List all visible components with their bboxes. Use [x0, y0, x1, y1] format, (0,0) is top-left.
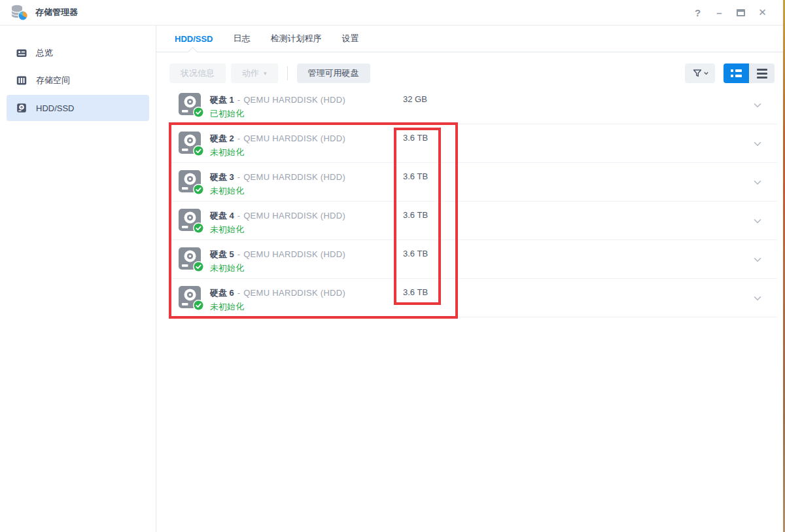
disk-drive-icon — [178, 285, 202, 312]
disk-status: 未初始化 — [210, 301, 244, 313]
disk-model: QEMU HARDDISK (HDD) — [243, 172, 345, 182]
view-toggle-group — [724, 63, 775, 83]
list-icon — [757, 69, 767, 79]
disk-row-4[interactable]: 硬盘 4-QEMU HARDDISK (HDD) 3.6 TB 未初始化 — [169, 202, 777, 240]
filter-caret-icon — [704, 71, 708, 75]
filter-funnel-icon — [692, 68, 703, 79]
sidebar-item-label: 存储空间 — [36, 75, 70, 86]
disk-size: 3.6 TB — [403, 133, 428, 143]
disk-status: 未初始化 — [210, 224, 244, 236]
disk-row-6[interactable]: 硬盘 6-QEMU HARDDISK (HDD) 3.6 TB 未初始化 — [169, 279, 777, 317]
overview-icon — [16, 47, 27, 59]
status-check-icon — [193, 222, 204, 234]
disk-size: 3.6 TB — [403, 287, 428, 297]
disk-drive-icon — [178, 92, 202, 119]
disk-name: 硬盘 1 — [210, 95, 234, 105]
status-check-icon — [193, 184, 204, 195]
separator: - — [237, 288, 240, 298]
disk-model: QEMU HARDDISK (HDD) — [243, 211, 345, 221]
disk-row-2[interactable]: 硬盘 2-QEMU HARDDISK (HDD) 3.6 TB 未初始化 — [169, 124, 777, 163]
maximize-icon — [737, 9, 745, 16]
view-toggle-simple-list[interactable] — [749, 63, 775, 83]
toolbar-divider — [287, 66, 288, 80]
separator: - — [237, 95, 240, 105]
status-check-icon — [193, 261, 204, 272]
disk-size: 3.6 TB — [403, 171, 428, 181]
tab-settings[interactable]: 设置 — [342, 33, 359, 44]
sidebar-item-label: HDD/SSD — [36, 103, 75, 113]
hdd-icon — [16, 102, 27, 114]
storage-pool-icon — [16, 75, 27, 86]
disk-drive-icon — [178, 208, 202, 235]
maximize-button[interactable] — [730, 4, 752, 21]
chevron-down-icon[interactable] — [752, 216, 763, 226]
disk-size: 32 GB — [403, 94, 427, 104]
sidebar-item-label: 总览 — [36, 47, 53, 59]
window-title: 存储管理器 — [35, 7, 78, 18]
disk-size: 3.6 TB — [403, 210, 428, 220]
status-check-icon — [193, 107, 204, 118]
sidebar-item-overview[interactable]: 总览 — [7, 40, 149, 66]
status-check-icon — [193, 300, 204, 311]
disk-name: 硬盘 6 — [210, 288, 234, 298]
disk-name: 硬盘 3 — [210, 172, 234, 182]
chevron-down-icon: ▾ — [264, 71, 267, 77]
disk-drive-icon — [178, 247, 202, 274]
close-button[interactable]: ✕ — [752, 4, 773, 21]
disk-drive-icon — [178, 169, 202, 196]
separator: - — [237, 172, 240, 182]
chevron-down-icon[interactable] — [752, 100, 763, 111]
tab-bar: HDD/SSD 日志 检测计划程序 设置 — [156, 26, 785, 52]
separator: - — [237, 211, 240, 221]
action-button[interactable]: 动作 ▾ — [231, 63, 278, 83]
chevron-down-icon[interactable] — [752, 177, 763, 188]
sidebar: 总览 存储空间 — [0, 26, 156, 532]
help-button[interactable]: ? — [687, 4, 708, 21]
titlebar: 存储管理器 ? – ✕ — [0, 0, 785, 26]
disk-model: QEMU HARDDISK (HDD) — [243, 288, 345, 298]
disk-model: QEMU HARDDISK (HDD) — [243, 249, 345, 259]
sidebar-item-storage-pool[interactable]: 存储空间 — [7, 67, 149, 94]
chevron-down-icon[interactable] — [752, 255, 763, 265]
separator: - — [237, 249, 240, 259]
manage-drives-label: 管理可用硬盘 — [308, 67, 359, 79]
disk-name: 硬盘 4 — [210, 211, 234, 221]
disk-status: 已初始化 — [210, 108, 244, 120]
disk-status: 未初始化 — [210, 185, 244, 197]
sidebar-item-hdd-ssd[interactable]: HDD/SSD — [7, 95, 149, 121]
view-toggle-detail-list[interactable] — [724, 63, 749, 83]
main-panel: HDD/SSD 日志 检测计划程序 设置 状况信息 动作 ▾ 管理可用硬盘 — [156, 26, 785, 532]
disk-name: 硬盘 5 — [210, 249, 234, 259]
window-controls: ? – ✕ — [687, 4, 773, 21]
disk-row-5[interactable]: 硬盘 5-QEMU HARDDISK (HDD) 3.6 TB 未初始化 — [169, 240, 777, 279]
status-check-icon — [193, 145, 204, 156]
filter-button[interactable] — [685, 63, 715, 83]
minimize-button[interactable]: – — [708, 4, 730, 21]
tab-hdd-ssd[interactable]: HDD/SSD — [175, 34, 213, 44]
chevron-down-icon[interactable] — [752, 139, 763, 149]
disk-list: 硬盘 1-QEMU HARDDISK (HDD) 32 GB 已初始化 — [156, 86, 785, 317]
disk-status: 未初始化 — [210, 262, 244, 274]
manage-drives-button[interactable]: 管理可用硬盘 — [297, 63, 370, 83]
tab-logs[interactable]: 日志 — [234, 33, 251, 44]
disk-name: 硬盘 2 — [210, 133, 234, 143]
tab-test-scheduler[interactable]: 检测计划程序 — [271, 33, 322, 44]
chevron-down-icon[interactable] — [752, 293, 763, 304]
disk-model: QEMU HARDDISK (HDD) — [243, 133, 345, 143]
disk-size: 3.6 TB — [403, 249, 428, 258]
action-label: 动作 — [242, 67, 259, 79]
disk-status: 未初始化 — [210, 147, 244, 158]
toolbar: 状况信息 动作 ▾ 管理可用硬盘 — [156, 52, 785, 86]
disk-drive-icon — [178, 131, 202, 158]
disk-row-1[interactable]: 硬盘 1-QEMU HARDDISK (HDD) 32 GB 已初始化 — [169, 86, 777, 124]
health-info-label: 状况信息 — [181, 67, 215, 79]
disk-row-3[interactable]: 硬盘 3-QEMU HARDDISK (HDD) 3.6 TB 未初始化 — [169, 163, 777, 202]
storage-manager-app-icon — [10, 4, 29, 21]
separator: - — [237, 133, 240, 143]
health-info-button[interactable]: 状况信息 — [169, 63, 226, 83]
disk-model: QEMU HARDDISK (HDD) — [243, 95, 345, 105]
detail-list-icon — [731, 69, 742, 77]
